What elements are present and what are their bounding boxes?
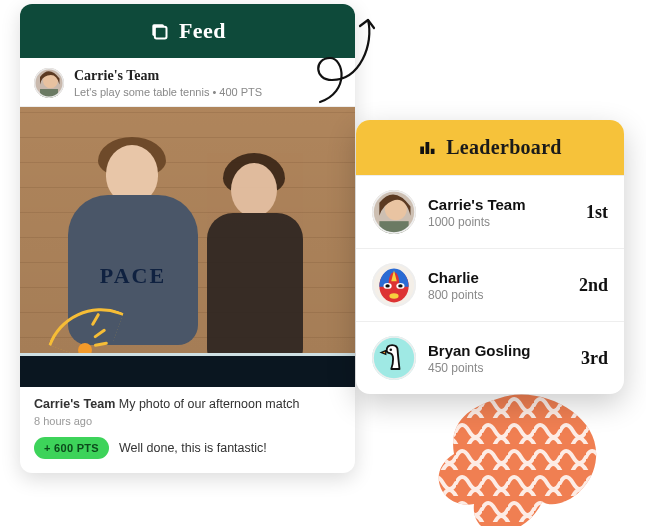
caption-text: My photo of our afternoon match xyxy=(119,397,300,411)
svg-rect-8 xyxy=(426,142,430,154)
leaderboard-meta: Carrie's Team 1000 points xyxy=(428,196,574,229)
person-background xyxy=(195,143,315,373)
leaderboard-row[interactable]: Charlie 800 points 2nd xyxy=(356,248,624,321)
feed-header: Feed xyxy=(20,4,355,58)
post-body: Carrie's Team My photo of our afternoon … xyxy=(20,387,355,473)
leaderboard-title: Leaderboard xyxy=(446,136,562,159)
feed-card: Feed Carrie's Team Let's play some table… xyxy=(20,4,355,473)
svg-point-26 xyxy=(390,348,393,351)
svg-rect-9 xyxy=(431,148,435,153)
post-caption: Carrie's Team My photo of our afternoon … xyxy=(34,397,341,411)
feed-title: Feed xyxy=(179,18,226,44)
post-comment-row: + 600 PTS Well done, this is fantastic! xyxy=(34,437,341,459)
post-header[interactable]: Carrie's Team Let's play some table tenn… xyxy=(20,58,355,107)
leaderboard-points: 1000 points xyxy=(428,215,574,229)
feed-icon xyxy=(149,21,169,41)
post-meta: Carrie's Team Let's play some table tenn… xyxy=(74,68,341,98)
leaderboard-name: Bryan Gosling xyxy=(428,342,569,359)
leaderboard-rank: 3rd xyxy=(581,348,608,369)
leaderboard-rank: 1st xyxy=(586,202,608,223)
leaderboard-row[interactable]: Bryan Gosling 450 points 3rd xyxy=(356,321,624,394)
decorative-blob-icon xyxy=(430,392,630,526)
caption-author: Carrie's Team xyxy=(34,397,115,411)
leaderboard-name: Charlie xyxy=(428,269,567,286)
table-edge xyxy=(20,353,355,387)
jersey-text: PACE xyxy=(58,263,208,289)
svg-point-22 xyxy=(389,293,398,299)
leaderboard-rank: 2nd xyxy=(579,275,608,296)
leaderboard-row[interactable]: Carrie's Team 1000 points 1st xyxy=(356,175,624,248)
leaderboard-name: Carrie's Team xyxy=(428,196,574,213)
points-badge[interactable]: + 600 PTS xyxy=(34,437,109,459)
leaderboard-icon xyxy=(418,139,436,157)
leaderboard-points: 800 points xyxy=(428,288,567,302)
leaderboard-meta: Charlie 800 points xyxy=(428,269,567,302)
avatar xyxy=(372,336,416,380)
svg-point-20 xyxy=(385,284,389,287)
post-author-avatar[interactable] xyxy=(34,68,64,98)
avatar xyxy=(372,190,416,234)
post-subline: Let's play some table tennis • 400 PTS xyxy=(74,86,341,98)
post-timestamp: 8 hours ago xyxy=(34,415,341,427)
leaderboard-points: 450 points xyxy=(428,361,569,375)
post-team-name: Carrie's Team xyxy=(74,68,341,84)
post-image[interactable]: PACE xyxy=(20,107,355,387)
comment-text: Well done, this is fantastic! xyxy=(119,441,267,455)
leaderboard-header: Leaderboard xyxy=(356,120,624,175)
leaderboard-card: Leaderboard Carrie's Team 1000 points 1s… xyxy=(356,120,624,394)
leaderboard-meta: Bryan Gosling 450 points xyxy=(428,342,569,375)
svg-rect-13 xyxy=(379,221,408,234)
svg-rect-7 xyxy=(420,146,424,154)
svg-rect-1 xyxy=(155,27,167,39)
svg-point-21 xyxy=(398,284,402,287)
avatar xyxy=(372,263,416,307)
